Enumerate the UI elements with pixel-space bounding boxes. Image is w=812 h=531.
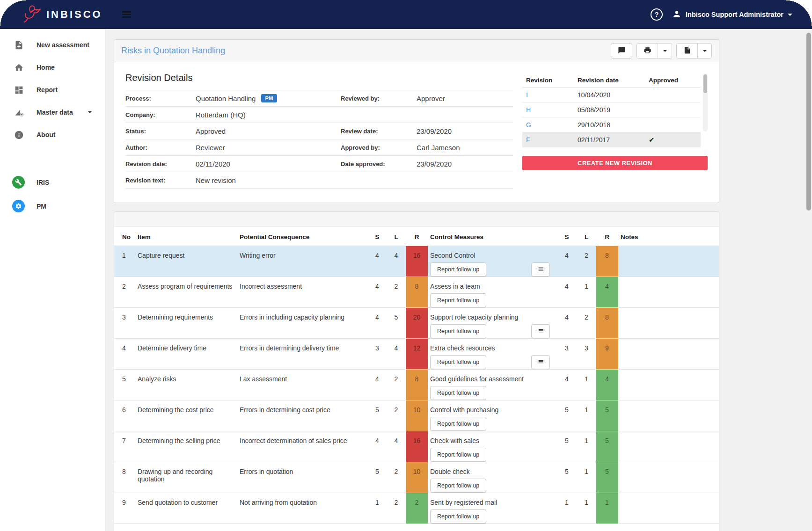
sidebar-app-pm[interactable]: PM	[0, 194, 105, 218]
detail-value: Quotation Handling	[196, 95, 256, 102]
revision-history-scrollbar[interactable]	[703, 73, 708, 131]
follow-up-list-button[interactable]	[531, 324, 550, 338]
revision-link[interactable]: G	[522, 121, 578, 129]
print-options-dropdown[interactable]	[658, 44, 672, 58]
sidebar-item-new-assessment[interactable]: New assessment	[0, 34, 105, 56]
control-measure: Double check	[430, 468, 550, 475]
risk-no: 1	[114, 246, 138, 276]
scrollbar-thumb[interactable]	[806, 33, 811, 211]
report-follow-up-button[interactable]: Report follow up	[430, 355, 486, 369]
residual-severity: 1	[556, 493, 577, 524]
risk-row[interactable]: 2Assess program of requirementsIncorrect…	[114, 277, 719, 308]
user-avatar-icon	[672, 9, 681, 20]
risk-likelihood: 2	[387, 277, 406, 307]
risk-item: Assess program of requirements	[138, 277, 240, 307]
report-follow-up-button[interactable]: Report follow up	[430, 448, 486, 462]
report-follow-up-button[interactable]: Report follow up	[430, 262, 486, 276]
comments-button[interactable]	[611, 44, 632, 58]
column-header-notes-10: Notes	[618, 233, 719, 240]
sidebar-item-home[interactable]: Home	[0, 56, 105, 79]
risk-table-card: NoItemPotential ConsequenceSLRControl Me…	[114, 211, 719, 531]
risk-row[interactable]: 9Send quotation to customerNot arriving …	[114, 493, 719, 524]
create-new-revision-button[interactable]: CREATE NEW REVISION	[522, 156, 708, 170]
detail-label: Revision text:	[125, 177, 196, 184]
chevron-down-icon	[788, 14, 792, 16]
sidebar: New assessmentHomeReportMaster dataAbout…	[0, 29, 105, 531]
risk-no: 6	[114, 400, 138, 431]
report-follow-up-button[interactable]: Report follow up	[430, 293, 486, 307]
menu-toggle-button[interactable]	[119, 8, 134, 21]
user-menu[interactable]: Inbisco Support Administrator	[672, 9, 792, 20]
detail-label: Approved by:	[341, 144, 417, 151]
chevron-down-icon	[88, 111, 92, 113]
risk-item: Send quotation to customer	[138, 493, 240, 524]
risk-score-badge: 10	[406, 400, 428, 431]
control-measure: Assess in a team	[430, 283, 550, 290]
approved-check-icon: ✔	[649, 136, 655, 144]
risk-notes	[618, 339, 719, 369]
risk-row[interactable]: 5Analyze risksLax assessment428Good guid…	[114, 370, 719, 400]
risk-notes	[618, 246, 719, 276]
column-header-l-8: L	[577, 233, 596, 240]
print-button[interactable]	[637, 44, 658, 58]
file-icon	[683, 46, 691, 56]
risk-row[interactable]: 1Capture requestWriting error4416Second …	[114, 246, 719, 277]
revision-row[interactable]: I10/04/2020	[522, 87, 701, 102]
follow-up-list-button[interactable]	[531, 355, 550, 369]
export-options-dropdown[interactable]	[697, 44, 711, 58]
revision-link[interactable]: H	[522, 106, 578, 114]
detail-row-author-: Author:ReviewerApproved by:Carl Jameson	[125, 139, 513, 156]
risk-item: Analyze risks	[138, 370, 240, 400]
revision-date: 29/10/2018	[578, 121, 643, 129]
revision-row[interactable]: H05/08/2019	[522, 102, 701, 117]
scrollbar-thumb[interactable]	[703, 74, 707, 93]
sidebar-item-master-data[interactable]: Master data	[0, 101, 105, 124]
residual-score-badge: 4	[596, 277, 618, 307]
residual-score-badge: 5	[596, 400, 618, 431]
revision-history-header: Revision Revision date Approved	[522, 73, 701, 87]
residual-likelihood: 2	[577, 308, 596, 338]
hummingbird-logo-icon	[21, 3, 42, 26]
residual-score-badge: 4	[596, 370, 618, 400]
column-header-revision-date: Revision date	[578, 77, 643, 84]
risk-no: 3	[114, 308, 138, 338]
risk-row[interactable]: 3Determining requirementsErrors in inclu…	[114, 308, 719, 339]
risk-notes	[618, 493, 719, 524]
control-measure: Check with sales	[430, 437, 550, 444]
revision-link[interactable]: F	[522, 136, 578, 144]
risk-no: 8	[114, 462, 138, 493]
export-document-button[interactable]	[677, 44, 697, 58]
risk-row[interactable]: 8Drawing up and recording quotationError…	[114, 462, 719, 493]
report-follow-up-button[interactable]: Report follow up	[430, 417, 486, 431]
follow-up-list-button[interactable]	[531, 262, 550, 276]
detail-label: Reviewed by:	[341, 95, 417, 102]
sidebar-item-report[interactable]: Report	[0, 79, 105, 101]
risk-row[interactable]: 7Determining the selling priceIncorrect …	[114, 431, 719, 462]
risk-row[interactable]: 6Determining the cost priceErrors in det…	[114, 400, 719, 431]
residual-likelihood: 2	[577, 246, 596, 276]
column-header-l-4: L	[387, 233, 406, 240]
help-button[interactable]: ?	[651, 8, 663, 21]
risk-score-badge: 20	[406, 308, 428, 338]
detail-row-status-: Status:ApprovedReview date:23/09/2020	[125, 123, 513, 139]
brand-logo[interactable]: INBISCO	[21, 3, 102, 26]
risk-likelihood: 2	[387, 462, 406, 493]
detail-value: Rotterdam (HQ)	[196, 111, 246, 119]
report-follow-up-button[interactable]: Report follow up	[430, 479, 486, 493]
report-follow-up-button[interactable]: Report follow up	[430, 386, 486, 400]
sidebar-item-about[interactable]: About	[0, 124, 105, 146]
chevron-down-icon	[703, 50, 707, 52]
revision-row[interactable]: F02/11/2017✔	[522, 132, 701, 147]
risk-likelihood: 4	[387, 339, 406, 369]
info-icon	[13, 129, 24, 140]
risk-row[interactable]: 4Determine delivery timeErrors in determ…	[114, 339, 719, 370]
report-follow-up-button[interactable]: Report follow up	[430, 324, 486, 338]
report-follow-up-button[interactable]: Report follow up	[430, 509, 486, 524]
sidebar-app-iris[interactable]: IRIS	[0, 170, 105, 194]
revision-row[interactable]: G29/10/2018	[522, 117, 701, 132]
risk-likelihood: 2	[387, 493, 406, 524]
window-scrollbar[interactable]	[806, 29, 812, 531]
revision-link[interactable]: I	[522, 91, 578, 99]
detail-label: Date approved:	[341, 160, 417, 167]
residual-likelihood: 1	[577, 400, 596, 431]
